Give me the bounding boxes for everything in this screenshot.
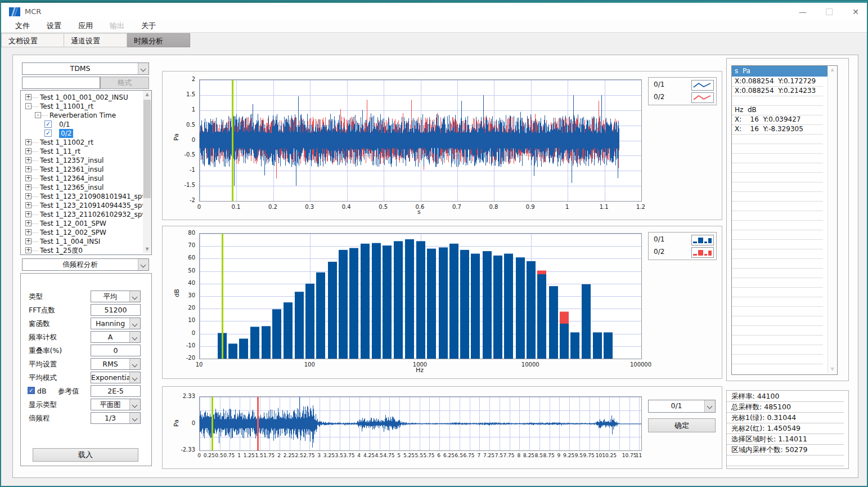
field-select[interactable]: 平均 (91, 291, 141, 302)
readout-empty-row[interactable] (732, 211, 823, 221)
tree-item[interactable]: +Test 1_11002_rt (21, 138, 139, 147)
field-select[interactable]: A (91, 331, 141, 343)
readout-empty-row[interactable] (732, 172, 823, 182)
tree-expand-icon[interactable]: + (25, 157, 32, 163)
analysis-type-select[interactable]: 倍频程分析 (22, 258, 149, 271)
scroll-down-icon[interactable]: ▼ (143, 245, 151, 253)
readout-empty-row[interactable] (732, 153, 823, 163)
tree-item-label[interactable]: Reverberation Time (50, 111, 116, 120)
menu-item-2[interactable]: 应用 (70, 21, 101, 31)
readout-scrollbar[interactable]: ▲ ▼ (827, 66, 837, 373)
tree-scrollbar-thumb[interactable] (143, 100, 151, 198)
readout-row[interactable]: X:0.088254 Y:0.172729 (732, 77, 823, 87)
tree-item[interactable]: +Test 1_12361_insul (21, 165, 139, 174)
tree-item-label[interactable]: 0/2 (59, 129, 73, 138)
tree-checkbox-icon[interactable]: ✓ (44, 129, 52, 137)
tree-expand-icon[interactable]: + (25, 238, 32, 244)
menu-item-3[interactable]: 输出 (101, 21, 133, 31)
field-select[interactable]: Hanning (91, 318, 141, 329)
field-select[interactable]: RMS (91, 358, 141, 370)
tree-item-label[interactable]: Test 1_123_210908101941_spw (40, 192, 147, 201)
readout-empty-row[interactable] (732, 144, 823, 154)
confirm-button[interactable]: 确定 (648, 418, 716, 432)
minimize-button[interactable]: — (793, 4, 812, 20)
readout-empty-row[interactable] (732, 306, 823, 316)
readout-empty-row[interactable] (732, 182, 823, 192)
maximize-button[interactable] (820, 4, 839, 20)
readout-empty-row[interactable] (732, 325, 823, 336)
reference-value-input[interactable]: 2E-5 (91, 385, 141, 397)
tree-expand-icon[interactable]: + (25, 229, 32, 235)
tree-item-label[interactable]: Test 1_001_001_002_INSU (40, 93, 128, 102)
tree-item-label[interactable]: Test 1_12361_insul (40, 165, 104, 174)
tree-item-label[interactable]: Test 1_1_004_INSI (40, 237, 100, 246)
close-button[interactable]: ✕ (846, 4, 865, 20)
tree-item[interactable]: +Test 1_12_002_SPW (21, 228, 139, 237)
tree-item-label[interactable]: Test 1_11_rt (40, 147, 80, 156)
tree-item-label[interactable]: Test 1_12_002_SPW (40, 228, 106, 237)
readout-row[interactable]: X: 16 Y:0.039427 (732, 115, 823, 125)
load-button[interactable]: 载入 (33, 448, 138, 462)
readout-empty-row[interactable] (732, 268, 823, 278)
tree-item-label[interactable]: Test 1_12_001_SPW (40, 219, 106, 228)
readout-row[interactable]: Hz dB (732, 105, 823, 115)
readout-empty-row[interactable] (732, 316, 823, 326)
tree-item[interactable]: +Test 1_1_004_INSI (21, 237, 139, 246)
tree-scrollbar[interactable]: ▲ ▼ (143, 91, 151, 253)
readout-empty-row[interactable] (732, 201, 823, 211)
time-waveform-canvas[interactable] (199, 79, 642, 202)
format-button[interactable]: 格式 (100, 77, 149, 89)
readout-empty-row[interactable] (732, 258, 823, 269)
readout-empty-row[interactable] (732, 287, 823, 297)
readout-empty-row[interactable] (732, 249, 823, 259)
tree-item[interactable]: -Test 1_11001_rt (21, 102, 139, 111)
menu-item-4[interactable]: 关于 (133, 21, 164, 31)
tree-expand-icon[interactable]: + (25, 193, 32, 199)
readout-header-row[interactable]: s Pa (732, 66, 827, 77)
tree-item-label[interactable]: Test 1_12365_insul (40, 183, 104, 192)
menu-item-1[interactable]: 设置 (38, 21, 70, 31)
tree-item[interactable]: +Test 1_12_001_SPW (21, 219, 139, 228)
readout-empty-row[interactable] (732, 297, 823, 307)
scroll-down-icon[interactable]: ▼ (828, 365, 836, 373)
tree-item[interactable]: ✓0/1 (21, 120, 139, 129)
menu-item-0[interactable]: 文件 (7, 21, 38, 31)
tree-item-label[interactable]: Test 1_123_211026102932_spw (40, 210, 147, 219)
tab-1[interactable]: 通道设置 (64, 33, 127, 47)
cursor-readout-list[interactable]: s PaX:0.088254 Y:0.172729X:0.088254 Y:0.… (731, 65, 838, 375)
readout-empty-row[interactable] (732, 191, 823, 202)
tab-2[interactable]: 时频分析 (127, 33, 190, 47)
readout-empty-row[interactable] (732, 230, 823, 240)
field-select[interactable]: 平面图 (91, 399, 141, 410)
tree-item[interactable]: -Reverberation Time (21, 111, 139, 120)
readout-empty-row[interactable] (732, 220, 823, 230)
tree-item[interactable]: +Test 1_123_211026102932_spw (21, 210, 139, 219)
tree-item-label[interactable]: Test 1_12364_insul (40, 174, 104, 183)
readout-row[interactable]: X: 16 Y:-8.329305 (732, 124, 823, 135)
tree-expand-icon[interactable]: + (25, 184, 32, 190)
tree-item-label[interactable]: Test 1_11002_rt (40, 138, 93, 147)
tab-0[interactable]: 文档设置 (1, 33, 64, 47)
tree-expand-icon[interactable]: + (25, 148, 32, 154)
tree-item[interactable]: +Test 1_12357_insul (21, 156, 139, 165)
tree-item-label[interactable]: Test 1_123_210914094435_spw (40, 201, 147, 210)
readout-row[interactable] (732, 96, 823, 106)
field-input[interactable]: 0 (91, 345, 141, 356)
tree-item[interactable]: +Test 1_25度0 (21, 246, 139, 255)
readout-empty-row[interactable] (732, 278, 823, 288)
tree-item-label[interactable]: 0/1 (59, 120, 70, 129)
field-select[interactable]: 1/3 (91, 412, 141, 424)
tree-item-label[interactable]: Test 1_25度0 (40, 246, 83, 255)
readout-empty-row[interactable] (732, 163, 823, 173)
readout-row[interactable]: X:0.088254 Y:0.214233 (732, 86, 823, 96)
tree-expand-icon[interactable]: + (25, 247, 32, 253)
filter-input[interactable] (22, 77, 100, 89)
tree-item[interactable]: +Test 1_12364_insul (21, 174, 139, 183)
tree-expand-icon[interactable]: + (25, 166, 32, 172)
tree-item[interactable]: +Test 1_12365_insul (21, 183, 139, 192)
readout-empty-row[interactable] (732, 345, 823, 355)
tree-item[interactable]: ✓0/2 (21, 129, 139, 138)
tree-item[interactable]: +Test 1_123_210908101941_spw (21, 192, 139, 201)
tree-collapse-icon[interactable]: - (25, 103, 32, 109)
field-select[interactable]: Exponential (91, 372, 141, 383)
